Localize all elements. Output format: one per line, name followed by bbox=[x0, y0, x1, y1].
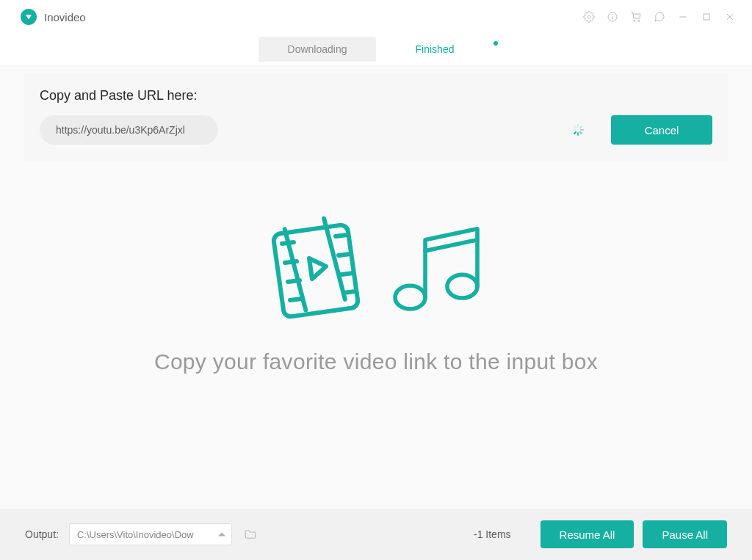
svg-line-13 bbox=[282, 242, 294, 244]
svg-point-4 bbox=[634, 20, 635, 21]
empty-state: Copy your favorite video link to the inp… bbox=[0, 213, 752, 374]
svg-rect-7 bbox=[704, 14, 709, 20]
loading-spinner-icon bbox=[571, 124, 583, 136]
film-icon bbox=[261, 213, 371, 323]
svg-point-0 bbox=[588, 15, 590, 18]
tab-downloading[interactable]: Downloading bbox=[258, 37, 376, 62]
svg-line-24 bbox=[425, 240, 477, 251]
tab-finished[interactable]: Finished bbox=[376, 37, 494, 62]
url-panel: Copy and Paste URL here: Cancel bbox=[24, 73, 728, 162]
tab-bar: Downloading Finished bbox=[0, 34, 752, 65]
app-title: Inovideo bbox=[44, 11, 86, 23]
url-label: Copy and Paste URL here: bbox=[40, 88, 712, 103]
empty-state-hint: Copy your favorite video link to the inp… bbox=[154, 349, 598, 374]
title-bar: Inovideo bbox=[0, 0, 752, 34]
svg-line-20 bbox=[344, 291, 355, 293]
svg-line-19 bbox=[290, 299, 302, 300]
svg-line-12 bbox=[324, 217, 345, 301]
cancel-button[interactable]: Cancel bbox=[611, 115, 712, 145]
app-logo-icon bbox=[21, 9, 37, 25]
output-path-dropdown[interactable]: C:\Users\Vito\Inovideo\Dow bbox=[69, 523, 232, 545]
music-note-icon bbox=[381, 217, 491, 319]
svg-line-15 bbox=[285, 261, 297, 263]
svg-line-17 bbox=[288, 280, 300, 282]
caret-up-icon bbox=[218, 533, 225, 537]
maximize-icon[interactable] bbox=[695, 5, 718, 29]
cart-icon[interactable] bbox=[624, 5, 648, 29]
url-input[interactable] bbox=[40, 115, 218, 145]
pause-all-button[interactable]: Pause All bbox=[643, 520, 727, 548]
chat-icon[interactable] bbox=[648, 5, 671, 29]
items-count: -1 Items bbox=[474, 528, 511, 540]
minimize-icon[interactable] bbox=[671, 5, 695, 29]
svg-point-3 bbox=[612, 15, 613, 15]
footer-bar: Output: C:\Users\Vito\Inovideo\Dow -1 It… bbox=[0, 509, 752, 560]
close-icon[interactable] bbox=[718, 5, 742, 29]
output-path-text: C:\Users\Vito\Inovideo\Dow bbox=[77, 529, 194, 540]
open-folder-icon[interactable] bbox=[241, 525, 260, 544]
resume-all-button[interactable]: Resume All bbox=[540, 520, 634, 548]
svg-line-14 bbox=[336, 235, 347, 236]
svg-point-5 bbox=[638, 20, 640, 21]
settings-icon[interactable] bbox=[577, 5, 601, 29]
svg-point-23 bbox=[447, 274, 477, 298]
svg-line-18 bbox=[341, 273, 353, 274]
info-icon[interactable] bbox=[601, 5, 624, 29]
svg-line-16 bbox=[339, 254, 350, 255]
output-label: Output: bbox=[25, 528, 59, 540]
svg-point-22 bbox=[395, 286, 425, 309]
svg-marker-21 bbox=[309, 258, 326, 279]
tab-indicator-dot-icon bbox=[494, 41, 498, 46]
